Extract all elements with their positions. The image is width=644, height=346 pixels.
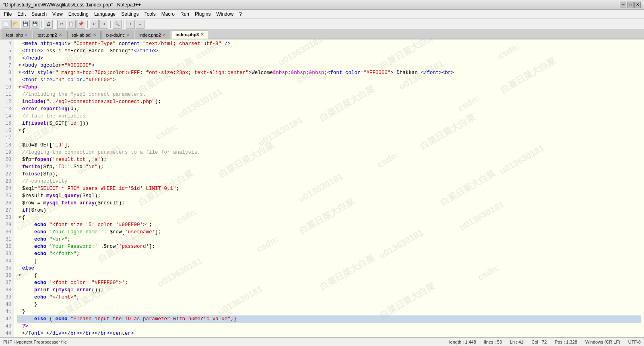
code-line-16: ▼ { bbox=[17, 127, 641, 134]
sep2 bbox=[55, 21, 55, 28]
toolbar: 📄 📂 💾 💾 🖨 ✂ 📋 📌 ↩ ↪ 🔍 + - bbox=[0, 19, 644, 30]
sep5 bbox=[124, 21, 124, 28]
tab-close-test-php[interactable]: ✕ bbox=[25, 33, 28, 37]
toolbar-undo[interactable]: ↩ bbox=[90, 20, 99, 29]
code-line-36: echo '<font color= "#FFFF00">'; bbox=[17, 279, 641, 286]
toolbar-print[interactable]: 🖨 bbox=[44, 20, 53, 29]
code-line-20: fwrite($fp,'ID:'.$id."\n"); bbox=[17, 163, 641, 171]
tab-close-test-php2[interactable]: ✕ bbox=[59, 33, 62, 37]
toolbar-new[interactable]: 📄 bbox=[2, 20, 10, 29]
status-bar: PHP Hypertext Preprocessor file length :… bbox=[0, 337, 644, 346]
status-length: length : 1,448 bbox=[449, 340, 476, 344]
menu-language[interactable]: Language bbox=[92, 10, 118, 18]
code-line-14: // take the variables bbox=[17, 113, 641, 120]
sep3 bbox=[87, 21, 88, 28]
status-encoding: UTF-8 bbox=[628, 340, 641, 344]
code-line-19: $fp=fopen('result.txt','a'); bbox=[17, 156, 641, 163]
status-lines: lines : 53 bbox=[484, 340, 502, 344]
toolbar-save[interactable]: 💾 bbox=[21, 20, 30, 29]
code-line-21: fclose($fp); bbox=[17, 171, 641, 178]
code-line-43: </font> </div></br></br></br><center> bbox=[17, 330, 641, 337]
code-line-26: if($row) bbox=[17, 207, 641, 214]
toolbar-redo[interactable]: ↪ bbox=[99, 20, 108, 29]
code-line-38: echo "</font>"; bbox=[17, 294, 641, 301]
menu-help[interactable]: ? bbox=[237, 10, 244, 18]
tabs-bar: test .php✕ test .php2✕ sql-lab.sql✕ c-s-… bbox=[0, 30, 644, 39]
status-ln: Ln : 41 bbox=[510, 340, 524, 344]
code-line-22: // connectivity bbox=[17, 178, 641, 185]
menu-macro[interactable]: Macro bbox=[159, 10, 177, 18]
code-line-41: else { echo "Please input the ID as para… bbox=[17, 315, 641, 323]
menu-plugins[interactable]: Plugins bbox=[192, 10, 213, 18]
toolbar-zoomout[interactable]: - bbox=[136, 20, 144, 29]
code-line-30: echo "<br>"; bbox=[17, 236, 641, 243]
tab-close-c-s-ds[interactable]: ✕ bbox=[126, 33, 130, 37]
menu-encoding[interactable]: Encoding bbox=[66, 10, 91, 18]
sep4 bbox=[110, 21, 111, 28]
code-line-32: echo "</font>"; bbox=[17, 250, 641, 257]
code-area[interactable]: 白菜日菜大白菜 csdn: u013630181 白菜日菜大白菜 csdn: u… bbox=[14, 39, 644, 337]
menu-bar: File Edit Search View Encoding Language … bbox=[0, 10, 644, 19]
sep1 bbox=[41, 21, 42, 28]
close-button[interactable]: ✕ bbox=[634, 2, 641, 8]
title-controls: ─ □ ✕ bbox=[620, 2, 641, 8]
tab-test-php2[interactable]: test .php2✕ bbox=[33, 31, 66, 39]
code-line-33: } bbox=[17, 257, 641, 265]
tab-close-index-php3[interactable]: ✕ bbox=[200, 32, 204, 37]
tab-close-sql-lab[interactable]: ✕ bbox=[93, 33, 96, 37]
code-line-13: error_reporting(0); bbox=[17, 105, 641, 113]
toolbar-zoomin[interactable]: + bbox=[126, 20, 135, 29]
code-line-24: $result=mysql_query($sql); bbox=[17, 192, 641, 200]
editor-container[interactable]: 456789 101112131415 161718192021 2223242… bbox=[0, 39, 644, 337]
title-text: "D:\phpstudy_pro\WWW\sqlilabs\Less-1\ind… bbox=[3, 2, 141, 8]
toolbar-find[interactable]: 🔍 bbox=[113, 20, 122, 29]
toolbar-cut[interactable]: ✂ bbox=[57, 20, 66, 29]
code-line-15: if(isset($_GET['id'])) bbox=[17, 120, 641, 127]
menu-file[interactable]: File bbox=[2, 10, 14, 18]
code-line-18b: //logging the connection parameters to a… bbox=[17, 149, 641, 156]
toolbar-saveall[interactable]: 💾 bbox=[31, 20, 39, 29]
code-line-17 bbox=[17, 134, 641, 142]
status-right: length : 1,448 lines : 53 Ln : 41 Col : … bbox=[449, 340, 641, 344]
code-line-9: <font size="3" color="#FFFF00"> bbox=[17, 76, 641, 84]
code-line-34: else bbox=[17, 265, 641, 272]
status-file-type: PHP Hypertext Preprocessor file bbox=[3, 340, 67, 344]
menu-search[interactable]: Search bbox=[29, 10, 49, 18]
tab-sql-lab[interactable]: sql-lab.sql✕ bbox=[67, 31, 101, 39]
code-line-42: ?> bbox=[17, 323, 641, 330]
tab-index-php3[interactable]: index.php3✕ bbox=[171, 31, 208, 39]
code-line-5: <title>Less-1 **Error Based- String**</t… bbox=[17, 47, 641, 55]
status-col: Col : 72 bbox=[531, 340, 547, 344]
editor-wrapper: 456789 101112131415 161718192021 2223242… bbox=[0, 39, 644, 337]
tab-index-php2[interactable]: index.php2✕ bbox=[135, 31, 170, 39]
menu-edit[interactable]: Edit bbox=[15, 10, 28, 18]
menu-view[interactable]: View bbox=[50, 10, 65, 18]
menu-tools[interactable]: Tools bbox=[142, 10, 158, 18]
code-line-37: print_r(mysql_error()); bbox=[17, 286, 641, 294]
code-line-12: include("../sql-connections/sql-connect.… bbox=[17, 98, 641, 105]
tab-c-s-ds[interactable]: c-s-ds.inc✕ bbox=[101, 31, 134, 39]
code-line-28: echo "<font size='5' color='#99FF00'>"; bbox=[17, 221, 641, 229]
menu-settings[interactable]: Settings bbox=[119, 10, 141, 18]
code-line-4: <meta http-equiv="Content-Type" content=… bbox=[17, 40, 641, 47]
toolbar-paste[interactable]: 📌 bbox=[76, 20, 85, 29]
code-line-6: </head> bbox=[17, 55, 641, 62]
menu-window[interactable]: Window bbox=[214, 10, 236, 18]
status-pos: Pos : 1,328 bbox=[555, 340, 577, 344]
code-line-31: echo 'Your Password:' .$row['password']; bbox=[17, 243, 641, 250]
minimize-button[interactable]: ─ bbox=[620, 2, 626, 8]
line-numbers: 456789 101112131415 161718192021 2223242… bbox=[0, 39, 14, 337]
toolbar-copy[interactable]: 📋 bbox=[67, 20, 76, 29]
code-line-39: } bbox=[17, 301, 641, 308]
code-line-40: } bbox=[17, 308, 641, 315]
maximize-button[interactable]: □ bbox=[627, 2, 634, 8]
tab-test-php[interactable]: test .php✕ bbox=[2, 31, 32, 39]
tab-close-index-php2[interactable]: ✕ bbox=[163, 33, 166, 37]
menu-run[interactable]: Run bbox=[178, 10, 192, 18]
code-line-23: $sql="SELECT * FROM users WHERE id='$id'… bbox=[17, 185, 641, 192]
code-line-25: $row = mysql_fetch_array($result); bbox=[17, 200, 641, 207]
toolbar-open[interactable]: 📂 bbox=[11, 20, 20, 29]
code-line-7: ▼ <body bgcolor="#000000"> bbox=[17, 62, 641, 69]
status-os: Windows (CR LF) bbox=[585, 340, 620, 344]
code-line-27: ▼ { bbox=[17, 214, 641, 221]
